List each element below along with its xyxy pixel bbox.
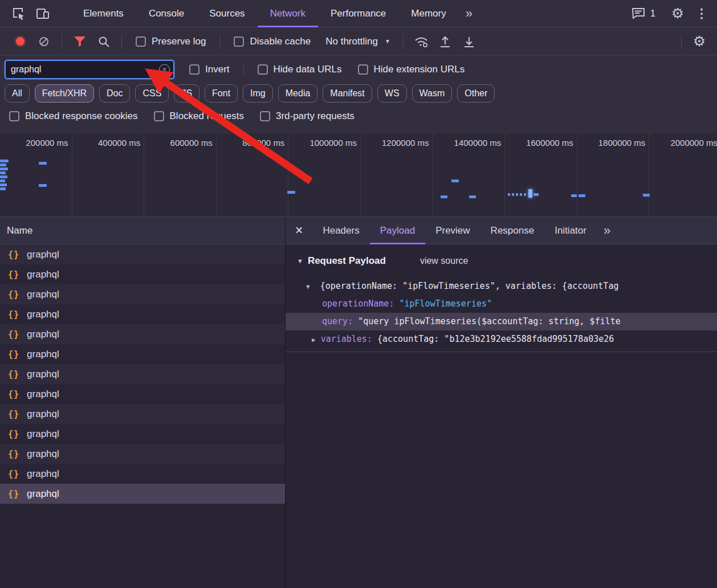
invert-checkbox[interactable]: Invert bbox=[189, 64, 230, 75]
type-filter-media[interactable]: Media bbox=[278, 84, 318, 103]
request-row[interactable]: {}graphql bbox=[0, 484, 285, 504]
request-timeline-bar[interactable] bbox=[533, 193, 539, 196]
type-filter-img[interactable]: Img bbox=[243, 84, 273, 103]
settings-gear-icon[interactable]: ⚙ bbox=[666, 2, 690, 26]
type-filter-css[interactable]: CSS bbox=[135, 84, 169, 103]
request-timeline-bar[interactable] bbox=[579, 194, 585, 197]
request-timeline-bar[interactable] bbox=[0, 187, 6, 190]
type-filter-wasm[interactable]: Wasm bbox=[412, 84, 453, 103]
name-column-header[interactable]: Name bbox=[0, 217, 285, 244]
network-conditions-button[interactable] bbox=[409, 30, 433, 54]
request-timeline-bar[interactable] bbox=[516, 193, 518, 196]
request-timeline-bar[interactable] bbox=[571, 194, 577, 197]
tab-sources[interactable]: Sources bbox=[197, 0, 257, 27]
request-row[interactable]: {}graphql bbox=[0, 264, 285, 284]
more-detail-tabs-icon[interactable]: » bbox=[597, 223, 617, 238]
request-timeline-bar[interactable] bbox=[0, 160, 9, 162]
request-timeline-bar[interactable] bbox=[508, 193, 510, 196]
request-timeline-bar[interactable] bbox=[0, 179, 5, 182]
payload-item-variables[interactable]: ▶variables: {accountTag: "b12e3b2192ee55… bbox=[286, 330, 717, 348]
divider bbox=[681, 34, 682, 49]
tab-console[interactable]: Console bbox=[136, 0, 197, 27]
type-filter-manifest[interactable]: Manifest bbox=[323, 84, 372, 103]
collapse-triangle-icon[interactable]: ▼ bbox=[297, 258, 303, 264]
type-filter-ws[interactable]: WS bbox=[377, 84, 407, 103]
hide-data-urls-checkbox[interactable]: Hide data URLs bbox=[258, 64, 342, 75]
type-filter-other[interactable]: Other bbox=[457, 84, 495, 103]
request-row[interactable]: {}graphql bbox=[0, 284, 285, 304]
throttling-select[interactable]: No throttling ▼ bbox=[325, 36, 390, 47]
message-bubble-icon bbox=[631, 7, 646, 21]
device-toolbar-icon[interactable] bbox=[31, 2, 55, 26]
import-har-button[interactable] bbox=[433, 30, 457, 54]
hide-extension-urls-checkbox[interactable]: Hide extension URLs bbox=[358, 64, 465, 75]
expanded-triangle-icon[interactable]: ▼ bbox=[306, 283, 310, 291]
request-timeline-bar[interactable] bbox=[524, 193, 526, 196]
request-row[interactable]: {}graphql bbox=[0, 344, 285, 364]
filter-toggle-button[interactable] bbox=[68, 30, 92, 54]
export-har-button[interactable] bbox=[457, 30, 481, 54]
request-timeline-bar[interactable] bbox=[520, 193, 522, 196]
type-filter-fetch-xhr[interactable]: Fetch/XHR bbox=[35, 84, 94, 103]
payload-item-operationname[interactable]: operationName: "ipFlowTimeseries" bbox=[286, 295, 717, 313]
payload-key: query: bbox=[322, 316, 358, 326]
request-row[interactable]: {}graphql bbox=[0, 404, 285, 424]
search-button[interactable] bbox=[92, 30, 116, 54]
request-timeline-bar[interactable] bbox=[0, 168, 8, 170]
issues-counter[interactable]: 1 bbox=[631, 7, 655, 21]
request-timeline-bar[interactable] bbox=[0, 175, 7, 178]
tab-network[interactable]: Network bbox=[258, 0, 318, 27]
detail-tab-headers[interactable]: Headers bbox=[312, 217, 369, 244]
menu-dots-icon[interactable]: ⋮ bbox=[690, 2, 714, 26]
more-panels-icon[interactable]: » bbox=[459, 6, 479, 21]
type-filter-js[interactable]: JS bbox=[174, 84, 199, 103]
inspect-element-icon[interactable] bbox=[7, 2, 31, 26]
request-timeline-bar[interactable] bbox=[0, 172, 6, 174]
view-source-link[interactable]: view source bbox=[420, 256, 468, 266]
checkbox-blocked-requests[interactable]: Blocked requests bbox=[154, 111, 244, 122]
payload-root-line[interactable]: ▼ {operationName: "ipFlowTimeseries", va… bbox=[286, 277, 717, 295]
request-timeline-bar[interactable] bbox=[451, 179, 459, 182]
request-row[interactable]: {}graphql bbox=[0, 464, 285, 484]
payload-item-query[interactable]: query: "query ipFlowTimeseries($accountT… bbox=[286, 313, 717, 330]
request-timeline-bar[interactable] bbox=[39, 162, 47, 165]
request-row[interactable]: {}graphql bbox=[0, 324, 285, 344]
request-row[interactable]: {}graphql bbox=[0, 424, 285, 444]
clear-network-log-button[interactable] bbox=[32, 30, 56, 54]
request-timeline-bar[interactable] bbox=[643, 194, 650, 197]
request-timeline-bar[interactable] bbox=[441, 195, 447, 198]
detail-tab-response[interactable]: Response bbox=[480, 217, 545, 244]
network-settings-gear-icon[interactable]: ⚙ bbox=[687, 30, 711, 54]
request-timeline-bar[interactable] bbox=[0, 183, 7, 186]
request-row[interactable]: {}graphql bbox=[0, 244, 285, 264]
detail-tab-preview[interactable]: Preview bbox=[425, 217, 480, 244]
request-timeline-bar[interactable] bbox=[287, 191, 295, 194]
tab-memory[interactable]: Memory bbox=[398, 0, 458, 27]
detail-tab-initiator[interactable]: Initiator bbox=[544, 217, 597, 244]
clear-filter-icon[interactable]: × bbox=[159, 64, 170, 75]
request-timeline-bar[interactable] bbox=[39, 184, 47, 187]
request-row[interactable]: {}graphql bbox=[0, 384, 285, 404]
network-filter-input[interactable] bbox=[5, 60, 174, 79]
type-filter-all[interactable]: All bbox=[5, 84, 30, 103]
collapsed-triangle-icon[interactable]: ▶ bbox=[312, 336, 316, 344]
request-row[interactable]: {}graphql bbox=[0, 364, 285, 384]
request-timeline-bar[interactable] bbox=[512, 193, 514, 196]
request-timeline-bar[interactable] bbox=[0, 164, 6, 166]
request-timeline-bar[interactable] bbox=[469, 195, 476, 198]
checkbox-3rd-party-requests[interactable]: 3rd-party requests bbox=[260, 111, 355, 122]
request-timeline-bar[interactable] bbox=[528, 189, 532, 198]
overview-timeline[interactable]: 200000 ms400000 ms600000 ms800000 ms1000… bbox=[0, 133, 717, 217]
detail-tab-payload[interactable]: Payload bbox=[370, 217, 425, 244]
disable-cache-checkbox[interactable]: Disable cache bbox=[234, 36, 311, 47]
checkbox-blocked-response-cookies[interactable]: Blocked response cookies bbox=[9, 111, 138, 122]
close-detail-icon[interactable]: × bbox=[286, 223, 312, 238]
record-network-log-button[interactable] bbox=[8, 30, 32, 54]
type-filter-font[interactable]: Font bbox=[205, 84, 238, 103]
preserve-log-checkbox[interactable]: Preserve log bbox=[136, 36, 206, 47]
request-row[interactable]: {}graphql bbox=[0, 304, 285, 324]
tab-elements[interactable]: Elements bbox=[71, 0, 136, 27]
tab-performance[interactable]: Performance bbox=[318, 0, 398, 27]
request-row[interactable]: {}graphql bbox=[0, 444, 285, 464]
type-filter-doc[interactable]: Doc bbox=[99, 84, 130, 103]
